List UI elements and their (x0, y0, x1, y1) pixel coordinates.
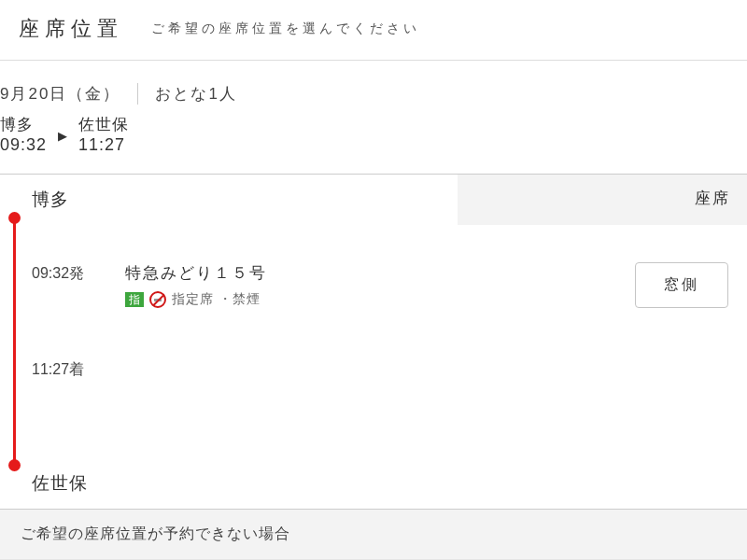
segment-origin-label: 博多 (0, 175, 458, 225)
page-header: 座席位置 ご希望の座席位置を選んでください (0, 0, 747, 61)
timeline-line (13, 217, 16, 466)
arrow-right-icon: ▶ (58, 126, 67, 143)
destination-station: 佐世保 (78, 114, 129, 135)
seat-column-label: 座席 (458, 175, 747, 225)
reserved-seat-badge: 指 (125, 292, 144, 307)
segment-header-row: 博多 座席 (0, 174, 747, 225)
timeline-dot-origin (8, 212, 21, 224)
seat-tags: 指 指定席 ・禁煙 (125, 291, 458, 308)
departure-time: 09:32発 (32, 262, 125, 284)
seat-type-text: 指定席 ・禁煙 (172, 291, 261, 308)
origin-station: 博多 (0, 114, 47, 135)
page-subtitle: ご希望の座席位置を選んでください (151, 21, 420, 37)
page-title: 座席位置 (19, 15, 123, 43)
origin-block: 博多 09:32 (0, 114, 47, 155)
train-name: 特急みどり１５号 (125, 262, 458, 284)
arrival-time: 11:27着 (0, 308, 747, 380)
summary-top-row: 9月20日（金） おとな1人 (0, 83, 747, 114)
summary-route-row: 博多 09:32 ▶ 佐世保 11:27 (0, 114, 747, 155)
passenger-count: おとな1人 (138, 83, 236, 105)
origin-time: 09:32 (0, 135, 47, 155)
train-segment-row: 09:32発 特急みどり１５号 指 指定席 ・禁煙 窓側 (0, 225, 747, 308)
no-smoking-icon (149, 291, 166, 308)
destination-time: 11:27 (78, 135, 129, 155)
unavailable-notice-row[interactable]: ご希望の座席位置が予約できない場合 (0, 510, 747, 560)
trip-summary: 9月20日（金） おとな1人 博多 09:32 ▶ 佐世保 11:27 (0, 61, 747, 174)
destination-block: 佐世保 11:27 (78, 114, 129, 155)
seat-position-button[interactable]: 窓側 (635, 262, 728, 308)
trip-date: 9月20日（金） (0, 83, 138, 105)
journey-timeline: 09:32発 特急みどり１５号 指 指定席 ・禁煙 窓側 11:27着 (0, 225, 747, 458)
seat-select-cell: 窓側 (458, 262, 747, 308)
segment-destination-label: 佐世保 (0, 458, 747, 510)
train-info: 特急みどり１５号 指 指定席 ・禁煙 (125, 262, 458, 308)
